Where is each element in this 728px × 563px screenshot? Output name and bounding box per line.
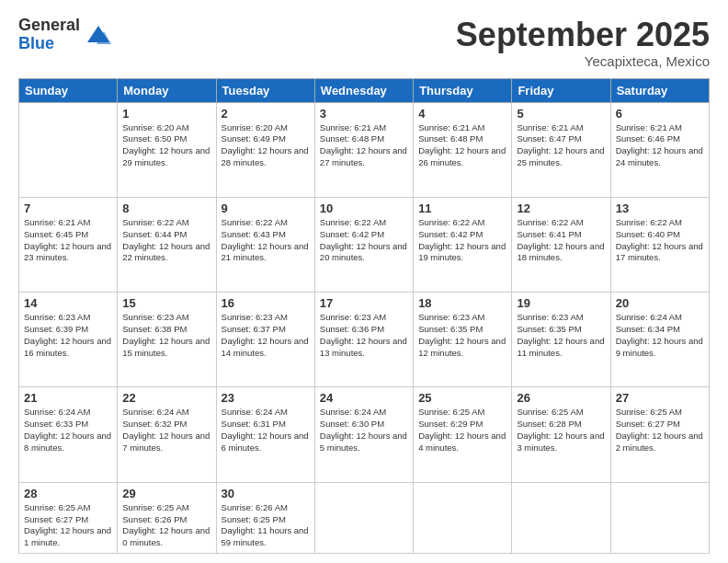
calendar-cell: 23Sunrise: 6:24 AMSunset: 6:31 PMDayligh… [216, 387, 314, 482]
day-info: Sunrise: 6:24 AMSunset: 6:32 PMDaylight:… [122, 407, 210, 454]
calendar-cell: 29Sunrise: 6:25 AMSunset: 6:26 PMDayligh… [118, 482, 216, 553]
logo-text: General Blue [18, 17, 80, 53]
day-info: Sunrise: 6:23 AMSunset: 6:35 PMDaylight:… [517, 312, 605, 359]
calendar-cell: 10Sunrise: 6:22 AMSunset: 6:42 PMDayligh… [314, 197, 413, 292]
day-info: Sunrise: 6:24 AMSunset: 6:30 PMDaylight:… [320, 407, 408, 454]
day-number: 12 [517, 201, 605, 215]
weekday-header-thursday: Thursday [414, 78, 512, 102]
day-info: Sunrise: 6:25 AMSunset: 6:27 PMDaylight:… [24, 502, 112, 549]
day-number: 5 [517, 107, 605, 121]
day-info: Sunrise: 6:22 AMSunset: 6:42 PMDaylight:… [418, 217, 506, 264]
calendar-week-1: 1Sunrise: 6:20 AMSunset: 6:50 PMDaylight… [19, 102, 710, 197]
weekday-header-tuesday: Tuesday [216, 78, 314, 102]
calendar-cell: 24Sunrise: 6:24 AMSunset: 6:30 PMDayligh… [314, 387, 413, 482]
location-subtitle: Yecapixteca, Mexico [456, 53, 710, 69]
calendar-cell: 7Sunrise: 6:21 AMSunset: 6:45 PMDaylight… [19, 197, 118, 292]
day-number: 19 [517, 296, 605, 310]
calendar-cell: 4Sunrise: 6:21 AMSunset: 6:48 PMDaylight… [414, 102, 512, 197]
day-info: Sunrise: 6:24 AMSunset: 6:34 PMDaylight:… [616, 312, 704, 359]
calendar-cell: 28Sunrise: 6:25 AMSunset: 6:27 PMDayligh… [19, 482, 118, 553]
day-number: 22 [122, 391, 210, 405]
calendar-cell: 1Sunrise: 6:20 AMSunset: 6:50 PMDaylight… [118, 102, 216, 197]
day-info: Sunrise: 6:23 AMSunset: 6:35 PMDaylight:… [418, 312, 506, 359]
calendar-cell: 3Sunrise: 6:21 AMSunset: 6:48 PMDaylight… [314, 102, 413, 197]
day-number: 20 [616, 296, 704, 310]
day-info: Sunrise: 6:22 AMSunset: 6:43 PMDaylight:… [222, 217, 310, 264]
day-number: 2 [222, 107, 310, 121]
calendar-week-3: 14Sunrise: 6:23 AMSunset: 6:39 PMDayligh… [19, 293, 710, 387]
weekday-header-friday: Friday [512, 78, 610, 102]
calendar-cell: 12Sunrise: 6:22 AMSunset: 6:41 PMDayligh… [512, 197, 610, 292]
day-number: 10 [320, 201, 408, 215]
day-number: 6 [616, 107, 704, 121]
day-info: Sunrise: 6:22 AMSunset: 6:40 PMDaylight:… [616, 217, 704, 264]
day-info: Sunrise: 6:21 AMSunset: 6:47 PMDaylight:… [517, 122, 605, 169]
day-number: 14 [24, 296, 112, 310]
day-info: Sunrise: 6:25 AMSunset: 6:29 PMDaylight:… [418, 407, 506, 454]
day-number: 29 [122, 487, 210, 500]
calendar-cell: 27Sunrise: 6:25 AMSunset: 6:27 PMDayligh… [610, 387, 709, 482]
day-info: Sunrise: 6:22 AMSunset: 6:44 PMDaylight:… [122, 217, 210, 264]
calendar-cell: 21Sunrise: 6:24 AMSunset: 6:33 PMDayligh… [19, 387, 118, 482]
day-number: 11 [418, 201, 506, 215]
calendar-week-4: 21Sunrise: 6:24 AMSunset: 6:33 PMDayligh… [19, 387, 710, 482]
calendar-cell: 14Sunrise: 6:23 AMSunset: 6:39 PMDayligh… [19, 293, 118, 387]
day-info: Sunrise: 6:26 AMSunset: 6:25 PMDaylight:… [222, 502, 310, 549]
calendar-week-5: 28Sunrise: 6:25 AMSunset: 6:27 PMDayligh… [19, 482, 710, 553]
calendar-cell: 11Sunrise: 6:22 AMSunset: 6:42 PMDayligh… [414, 197, 512, 292]
day-number: 17 [320, 296, 408, 310]
day-info: Sunrise: 6:23 AMSunset: 6:36 PMDaylight:… [320, 312, 408, 359]
calendar-cell: 2Sunrise: 6:20 AMSunset: 6:49 PMDaylight… [216, 102, 314, 197]
calendar-cell: 9Sunrise: 6:22 AMSunset: 6:43 PMDaylight… [216, 197, 314, 292]
day-info: Sunrise: 6:25 AMSunset: 6:28 PMDaylight:… [517, 407, 605, 454]
day-info: Sunrise: 6:25 AMSunset: 6:26 PMDaylight:… [122, 502, 210, 549]
calendar-cell: 16Sunrise: 6:23 AMSunset: 6:37 PMDayligh… [216, 293, 314, 387]
calendar-cell: 6Sunrise: 6:21 AMSunset: 6:46 PMDaylight… [610, 102, 709, 197]
logo-general: General [18, 17, 80, 35]
calendar-week-2: 7Sunrise: 6:21 AMSunset: 6:45 PMDaylight… [19, 197, 710, 292]
calendar-cell: 25Sunrise: 6:25 AMSunset: 6:29 PMDayligh… [414, 387, 512, 482]
day-number: 16 [222, 296, 310, 310]
calendar-cell: 8Sunrise: 6:22 AMSunset: 6:44 PMDaylight… [118, 197, 216, 292]
calendar-cell: 20Sunrise: 6:24 AMSunset: 6:34 PMDayligh… [610, 293, 709, 387]
day-number: 15 [122, 296, 210, 310]
day-number: 27 [616, 391, 704, 405]
calendar-cell: 15Sunrise: 6:23 AMSunset: 6:38 PMDayligh… [118, 293, 216, 387]
day-info: Sunrise: 6:22 AMSunset: 6:42 PMDaylight:… [320, 217, 408, 264]
weekday-header-monday: Monday [118, 78, 216, 102]
day-number: 18 [418, 296, 506, 310]
day-info: Sunrise: 6:21 AMSunset: 6:48 PMDaylight:… [418, 122, 506, 169]
calendar-cell [414, 482, 512, 553]
header: General Blue September 2025 Yecapixteca,… [18, 17, 710, 69]
calendar-cell: 30Sunrise: 6:26 AMSunset: 6:25 PMDayligh… [216, 482, 314, 553]
day-number: 1 [122, 107, 210, 121]
day-number: 8 [122, 201, 210, 215]
month-title: September 2025 [456, 17, 710, 53]
day-info: Sunrise: 6:21 AMSunset: 6:45 PMDaylight:… [24, 217, 112, 264]
calendar-cell: 22Sunrise: 6:24 AMSunset: 6:32 PMDayligh… [118, 387, 216, 482]
day-number: 7 [24, 201, 112, 215]
page: General Blue September 2025 Yecapixteca,… [0, 0, 728, 563]
calendar-cell [19, 102, 118, 197]
day-number: 26 [517, 391, 605, 405]
calendar-cell: 19Sunrise: 6:23 AMSunset: 6:35 PMDayligh… [512, 293, 610, 387]
day-number: 28 [24, 487, 112, 500]
calendar-cell: 26Sunrise: 6:25 AMSunset: 6:28 PMDayligh… [512, 387, 610, 482]
day-number: 21 [24, 391, 112, 405]
day-number: 23 [222, 391, 310, 405]
day-info: Sunrise: 6:21 AMSunset: 6:48 PMDaylight:… [320, 122, 408, 169]
calendar-cell [314, 482, 413, 553]
day-info: Sunrise: 6:24 AMSunset: 6:33 PMDaylight:… [24, 407, 112, 454]
day-number: 9 [222, 201, 310, 215]
logo-icon [85, 22, 111, 48]
calendar-cell: 13Sunrise: 6:22 AMSunset: 6:40 PMDayligh… [610, 197, 709, 292]
day-number: 4 [418, 107, 506, 121]
calendar-cell [610, 482, 709, 553]
day-number: 3 [320, 107, 408, 121]
day-info: Sunrise: 6:23 AMSunset: 6:39 PMDaylight:… [24, 312, 112, 359]
day-info: Sunrise: 6:21 AMSunset: 6:46 PMDaylight:… [616, 122, 704, 169]
title-block: September 2025 Yecapixteca, Mexico [456, 17, 710, 69]
day-number: 13 [616, 201, 704, 215]
day-info: Sunrise: 6:25 AMSunset: 6:27 PMDaylight:… [616, 407, 704, 454]
weekday-header-row: SundayMondayTuesdayWednesdayThursdayFrid… [19, 78, 710, 102]
